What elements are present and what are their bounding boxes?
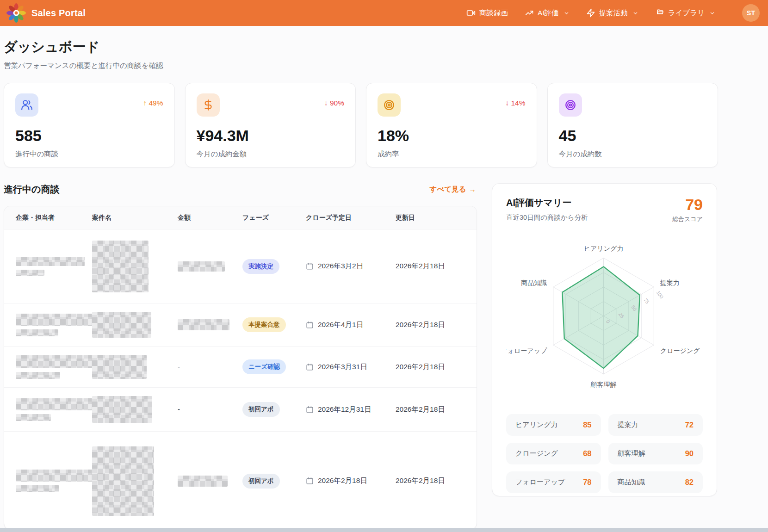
page-subtitle: 営業パフォーマンスの概要と進行中の商談を確認 [4,61,718,71]
calendar-icon [306,363,314,371]
masked-deal-name [92,355,147,379]
col-deal-name: 案件名 [92,206,178,229]
deals-title: 進行中の商談 [4,183,59,196]
stat-value: 45 [559,127,707,145]
masked-contact [16,485,59,492]
masked-amount [178,319,229,330]
masked-company [16,355,95,368]
nav-item-proposals[interactable]: 提案活動 [586,8,638,18]
app-header: Sales Portal 商談録画 AI評価 提案活動 ライブラリ ST [0,0,768,26]
overall-score: 79 [672,197,703,212]
svg-text:顧客理解: 顧客理解 [590,381,617,388]
overall-score-label: 総合スコア [672,215,703,223]
nav-item-recordings[interactable]: 商談録画 [466,8,508,18]
stat-card-active-deals: ↑ 49% 585 進行中の商談 [4,83,175,167]
svg-text:提案力: 提案力 [660,279,680,286]
nav-item-ai-evaluation[interactable]: AI評価 [525,8,570,18]
col-company: 企業・担当者 [4,206,92,229]
skill-chip: 提案力72 [608,414,703,436]
dollar-icon [202,99,214,111]
masked-contact [16,414,51,421]
arrow-right-icon: → [469,186,477,194]
skill-scores: ヒアリング力85 提案力72 クロージング68 顧客理解90 フォローアップ78… [506,414,703,493]
masked-amount [178,476,228,487]
nav-item-library[interactable]: ライブラリ [655,8,715,18]
masked-deal-name [92,241,149,292]
phase-badge: 実施決定 [242,259,279,274]
col-phase: フェーズ [242,206,306,229]
skill-chip: 顧客理解90 [608,443,703,464]
masked-contact [16,270,44,276]
stat-cards: ↑ 49% 585 進行中の商談 ↓ 90% ¥94.3M 今月の成約金額 ↓ … [4,83,718,167]
skill-chip: 商品知識82 [608,471,703,493]
stat-value: 18% [378,127,526,145]
ai-summary-title: AI評価サマリー [506,197,588,209]
users-icon [21,99,33,111]
trending-up-icon [525,8,534,18]
table-row[interactable]: - ニーズ確認 2026年3月31日 2026年2月18日 [4,346,477,388]
masked-company [16,470,94,482]
chevron-down-icon [564,10,570,16]
masked-company [16,398,93,410]
calendar-icon [306,406,314,414]
view-all-link[interactable]: すべて見る → [430,185,476,194]
svg-text:フォローアップ: フォローアップ [506,347,547,354]
stat-card-close-rate: ↓ 14% 18% 成約率 [366,83,537,167]
chevron-down-icon [632,10,638,16]
masked-company [16,257,85,266]
phase-badge: 本提案合意 [242,317,286,332]
masked-deal-name [92,312,151,338]
col-updated: 更新日 [396,206,477,229]
svg-text:ヒアリング力: ヒアリング力 [584,245,624,252]
phase-badge: 初回アポ [242,402,280,417]
page-title: ダッシュボード [4,38,718,56]
change-badge: ↓ 14% [505,99,525,107]
masked-deal-name [92,446,154,516]
masked-company [16,314,93,326]
change-badge: ↓ 90% [324,99,344,107]
stat-card-monthly-wins: 45 今月の成約数 [547,83,718,167]
stat-label: 成約率 [378,149,526,159]
table-row[interactable]: 本提案合意 2026年4月1日 2026年2月18日 [4,303,477,346]
stat-label: 進行中の商談 [15,149,163,159]
phase-badge: 初回アポ [242,474,280,489]
table-row[interactable]: 初回アポ 2026年2月18日 2026年2月18日 [4,432,477,530]
pinwheel-logo-icon [6,3,26,23]
masked-contact [16,329,58,336]
bottom-strip [0,528,768,532]
masked-deal-name [92,396,152,423]
stat-value: ¥94.3M [197,127,345,145]
calendar-icon [306,477,314,485]
ai-summary-card: AI評価サマリー 直近30日間の商談から分析 79 総合スコア 02550751… [492,183,717,496]
folder-icon [655,8,664,18]
deals-section: 進行中の商談 すべて見る → 企業・担当者 案件名 金額 フェーズ クローズ予定… [4,183,477,530]
brand: Sales Portal [6,3,86,23]
video-icon [466,8,476,18]
target-icon [564,99,576,111]
deals-table: 企業・担当者 案件名 金額 フェーズ クローズ予定日 更新日 [4,206,477,530]
col-amount: 金額 [178,206,242,229]
skill-chip: フォローアップ78 [506,471,601,493]
svg-text:100: 100 [656,290,665,299]
skill-chip: ヒアリング力85 [506,414,601,436]
svg-text:75: 75 [643,297,650,305]
change-badge: ↑ 49% [143,99,163,107]
table-row[interactable]: 実施決定 2026年3月2日 2026年2月18日 [4,229,477,303]
calendar-icon [306,321,314,329]
target-icon [383,99,395,111]
phase-badge: ニーズ確認 [242,359,286,374]
stat-label: 今月の成約金額 [197,149,345,159]
brand-title: Sales Portal [31,8,86,19]
deals-table-card: 企業・担当者 案件名 金額 フェーズ クローズ予定日 更新日 [4,206,477,530]
radar-chart: 0255075100ヒアリング力提案力クロージング顧客理解フォローアップ商品知識 [506,227,703,408]
svg-text:クロージング: クロージング [660,347,700,354]
table-row[interactable]: - 初回アポ 2026年12月31日 2026年2月18日 [4,388,477,432]
ai-summary-subtitle: 直近30日間の商談から分析 [506,213,588,222]
calendar-icon [306,262,314,270]
col-close-date: クローズ予定日 [306,206,396,229]
user-avatar[interactable]: ST [742,4,760,22]
svg-text:商品知識: 商品知識 [521,279,547,286]
zap-icon [586,8,595,18]
stat-value: 585 [15,127,163,145]
chevron-down-icon [709,10,715,16]
